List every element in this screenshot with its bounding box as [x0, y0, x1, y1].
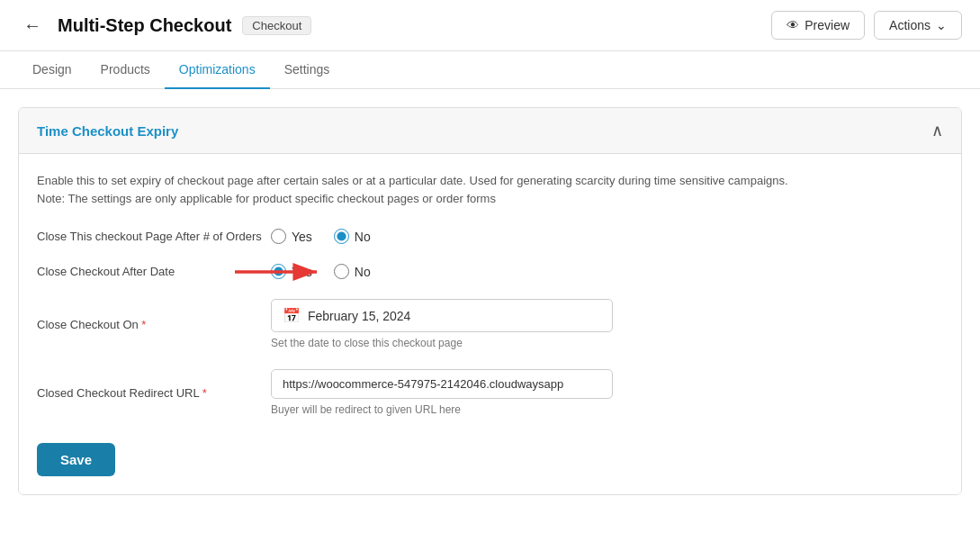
close-date-no-label: No — [355, 265, 371, 279]
close-date-yes-radio[interactable] — [271, 264, 286, 279]
redirect-hint: Buyer will be redirect to given URL here — [271, 403, 613, 416]
tab-design[interactable]: Design — [18, 51, 86, 89]
redirect-url-input[interactable] — [271, 369, 613, 399]
close-date-radio-group: Yes No — [271, 264, 371, 279]
save-button[interactable]: Save — [37, 443, 115, 476]
main-content: Time Checkout Expiry ∧ Enable this to se… — [0, 89, 980, 513]
calendar-icon: 📅 — [283, 307, 301, 324]
close-date-yes-label: Yes — [292, 265, 312, 279]
tab-optimizations[interactable]: Optimizations — [165, 51, 270, 89]
close-date-label: Close Checkout After Date — [37, 265, 271, 278]
actions-label: Actions — [889, 18, 931, 32]
redirect-label: Closed Checkout Redirect URL * — [37, 386, 271, 400]
close-date-no-radio[interactable] — [334, 264, 349, 279]
header-left: ← Multi-Step Checkout Checkout — [18, 14, 311, 38]
close-orders-label: Close This checkout Page After # of Orde… — [37, 230, 271, 243]
close-date-row: Close Checkout After Date Yes — [37, 264, 943, 279]
close-on-required: * — [141, 318, 146, 331]
close-orders-yes-radio[interactable] — [271, 229, 286, 244]
section-title: Time Checkout Expiry — [37, 123, 178, 139]
tab-products[interactable]: Products — [86, 51, 165, 89]
eye-icon: 👁 — [787, 18, 799, 32]
close-on-field: 📅 Set the date to close this checkout pa… — [271, 299, 613, 349]
close-orders-yes-option[interactable]: Yes — [271, 229, 312, 244]
close-orders-no-label: No — [355, 230, 371, 244]
collapse-button[interactable]: ∧ — [931, 121, 943, 140]
redirect-required: * — [202, 386, 207, 400]
tab-settings[interactable]: Settings — [270, 51, 345, 89]
preview-label: Preview — [805, 18, 850, 32]
tab-bar: Design Products Optimizations Settings — [0, 51, 980, 89]
redirect-url-row: Closed Checkout Redirect URL * Buyer wil… — [37, 369, 943, 416]
preview-button[interactable]: 👁 Preview — [771, 11, 865, 40]
chevron-down-icon: ⌄ — [936, 18, 947, 32]
description-text: Enable this to set expiry of checkout pa… — [37, 172, 943, 207]
close-on-date-input[interactable] — [308, 309, 601, 323]
close-on-label: Close Checkout On * — [37, 318, 271, 331]
actions-button[interactable]: Actions ⌄ — [874, 11, 962, 40]
close-date-no-option[interactable]: No — [334, 264, 371, 279]
section-header: Time Checkout Expiry ∧ — [19, 108, 961, 154]
close-on-hint: Set the date to close this checkout page — [271, 337, 613, 349]
close-orders-yes-label: Yes — [292, 230, 312, 244]
time-expiry-section: Time Checkout Expiry ∧ Enable this to se… — [18, 107, 962, 495]
page-title: Multi-Step Checkout — [58, 15, 231, 36]
close-orders-no-radio[interactable] — [334, 229, 349, 244]
app-header: ← Multi-Step Checkout Checkout 👁 Preview… — [0, 0, 980, 51]
close-orders-row: Close This checkout Page After # of Orde… — [37, 229, 943, 244]
back-button[interactable]: ← — [18, 14, 47, 38]
close-date-yes-option[interactable]: Yes — [271, 264, 312, 279]
section-body: Enable this to set expiry of checkout pa… — [19, 154, 961, 494]
header-right: 👁 Preview Actions ⌄ — [771, 11, 962, 40]
checkout-badge: Checkout — [242, 16, 311, 35]
date-input-wrapper[interactable]: 📅 — [271, 299, 613, 332]
close-on-row: Close Checkout On * 📅 Set the date to cl… — [37, 299, 943, 349]
close-orders-radio-group: Yes No — [271, 229, 371, 244]
close-orders-no-option[interactable]: No — [334, 229, 371, 244]
redirect-field: Buyer will be redirect to given URL here — [271, 369, 613, 416]
